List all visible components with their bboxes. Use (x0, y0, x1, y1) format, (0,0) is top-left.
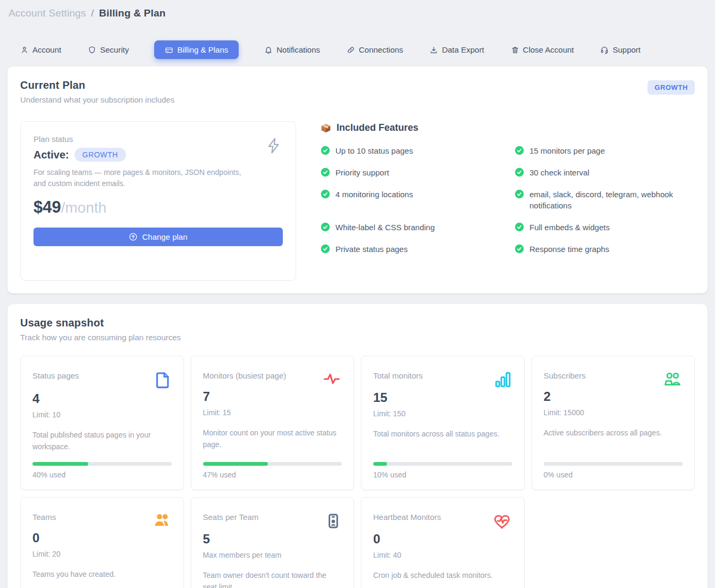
features-grid: Up to 10 status pages 15 monitors per pa… (321, 145, 695, 255)
usage-progress: 40% used (32, 452, 172, 479)
file-icon (154, 370, 172, 390)
feature-item: Full embeds & widgets (515, 222, 690, 233)
plan-status-label: Plan status (33, 135, 283, 144)
shield-icon (88, 46, 96, 54)
feature-item: White-label & CSS branding (321, 222, 496, 233)
page-title: Billing & Plan (99, 7, 165, 19)
usage-subtitle: Track how you are consuming plan resourc… (20, 333, 695, 342)
change-plan-button[interactable]: Change plan (33, 228, 283, 246)
plan-status-box: Plan status Active: GROWTH For scaling t… (20, 121, 296, 281)
feature-item: 4 monitoring locations (321, 189, 496, 212)
usage-progress: 0% used (32, 582, 172, 588)
current-plan-title: Current Plan (20, 79, 174, 91)
trash-icon (511, 46, 519, 54)
usage-progress: 10% used (373, 452, 512, 479)
usage-title: Usage snapshot (20, 317, 695, 329)
usage-card-status-pages: Status pages 4 Limit: 10 Total published… (20, 356, 184, 490)
tab-account[interactable]: Account (19, 41, 62, 58)
tab-support[interactable]: Support (599, 41, 642, 58)
usage-card-heartbeat-monitors: Heartbeat Monitors 0 Limit: 40 Cron job … (361, 497, 525, 588)
check-circle-icon (515, 244, 524, 254)
tab-close-account[interactable]: Close Account (510, 41, 575, 58)
headset-icon (600, 46, 609, 54)
breadcrumb-section[interactable]: Account Settings (9, 7, 86, 19)
billing-page: Account Settings / Billing & Plan Accoun… (0, 0, 715, 588)
breadcrumb-separator: / (91, 7, 94, 19)
usage-card-monitors-busiest: Monitors (busiest page) 7 Limit: 15 Moni… (191, 356, 355, 490)
feature-item: Priority support (321, 167, 496, 179)
check-circle-icon (515, 167, 524, 177)
current-plan-card: Current Plan Understand what your subscr… (7, 66, 708, 293)
feature-item: email, slack, discord, telegram, webhook… (515, 189, 690, 212)
bar-chart-icon (493, 370, 512, 389)
usage-card-subscribers: Subscribers 2 Limit: 15000 Active subscr… (532, 356, 695, 490)
feature-item: 15 monitors per page (515, 145, 690, 157)
id-badge-icon (325, 511, 342, 531)
tab-security[interactable]: Security (87, 41, 130, 58)
check-circle-icon (321, 244, 330, 254)
usage-progress: 47% used (203, 452, 342, 479)
feature-item: Private status pages (321, 243, 496, 255)
plan-price: $49/month (33, 198, 283, 217)
included-features: Included Features Up to 10 status pages … (321, 121, 695, 255)
settings-tabs: Account Security Billing & Plans Notific… (19, 40, 708, 59)
heart-pulse-icon (492, 511, 512, 531)
features-title: Included Features (337, 122, 418, 133)
usage-snapshot-card: Usage snapshot Track how you are consumi… (7, 304, 708, 588)
check-circle-icon (321, 167, 330, 177)
plan-tier-badge: GROWTH (74, 148, 126, 162)
tab-billing-plans[interactable]: Billing & Plans (154, 40, 239, 59)
pulse-icon (322, 370, 342, 388)
progress-fill (203, 462, 268, 466)
check-circle-icon (321, 146, 330, 155)
progress-fill (32, 462, 88, 466)
check-circle-icon (515, 189, 524, 199)
bell-icon (264, 46, 273, 54)
zap-icon (265, 136, 283, 156)
price-amount: $49 (33, 198, 61, 216)
package-icon (321, 123, 331, 133)
feature-item: Response time graphs (515, 243, 690, 255)
current-plan-subtitle: Understand what your subscription includ… (20, 95, 174, 104)
check-circle-icon (515, 222, 524, 232)
check-circle-icon (321, 189, 330, 199)
users-icon (662, 370, 683, 388)
check-circle-icon (321, 222, 330, 232)
usage-progress: 0% used (544, 452, 683, 479)
arrow-up-circle-icon (129, 232, 138, 241)
link-icon (347, 46, 355, 54)
tab-connections[interactable]: Connections (346, 41, 404, 58)
download-icon (430, 46, 438, 54)
breadcrumb: Account Settings / Billing & Plan (7, 6, 708, 19)
users-filled-icon (153, 511, 172, 530)
plan-description: For scaling teams — more pages & monitor… (33, 167, 251, 189)
usage-progress: 0% used (373, 582, 512, 588)
feature-item: 30 check interval (515, 167, 690, 179)
progress-fill (373, 462, 387, 466)
plan-status-value: Active: (33, 149, 69, 161)
credit-card-icon (165, 46, 173, 54)
tab-data-export[interactable]: Data Export (428, 41, 485, 58)
usage-grid: Status pages 4 Limit: 10 Total published… (20, 356, 695, 588)
usage-card-seats-per-team: Seats per Team 5 Max members per team Te… (191, 497, 355, 588)
usage-card-total-monitors: Total monitors 15 Limit: 150 Total monit… (361, 356, 525, 490)
feature-item: Up to 10 status pages (321, 145, 496, 157)
plan-badge: GROWTH (647, 80, 695, 95)
person-icon (20, 46, 29, 54)
tab-notifications[interactable]: Notifications (263, 41, 321, 58)
price-period: /month (61, 199, 107, 216)
check-circle-icon (515, 146, 524, 155)
usage-card-teams: Teams 0 Limit: 20 Teams you have created… (20, 497, 184, 588)
